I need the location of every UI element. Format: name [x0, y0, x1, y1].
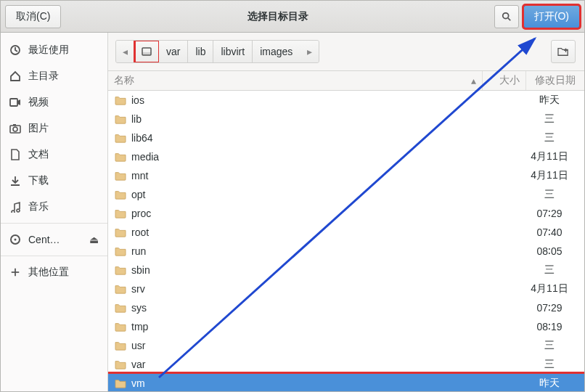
column-header: 名称 ▴ 大小 修改日期	[108, 70, 584, 91]
search-button[interactable]	[494, 5, 519, 28]
music-icon	[9, 201, 21, 213]
file-row[interactable]: ios昨天	[108, 91, 584, 110]
path-back-button[interactable]: ◂	[116, 41, 135, 62]
eject-icon[interactable]: ⏏	[89, 234, 99, 245]
file-date: 07∶29	[520, 208, 578, 219]
sidebar-item-6[interactable]: 音乐	[1, 194, 107, 220]
file-name: var	[131, 359, 477, 370]
folder-icon	[114, 208, 127, 219]
file-name: root	[131, 226, 477, 238]
search-icon	[502, 12, 512, 22]
file-date: 4月11日	[520, 169, 578, 182]
column-name[interactable]: 名称 ▴	[108, 71, 483, 90]
file-date: 三	[520, 339, 578, 352]
file-row[interactable]: opt三	[108, 185, 584, 204]
file-name: sbin	[131, 264, 477, 276]
file-row[interactable]: var三	[108, 355, 584, 374]
sidebar-item-4[interactable]: 文档	[1, 142, 107, 168]
sidebar-item-label: 最近使用	[28, 44, 69, 57]
file-row[interactable]: tmp08∶19	[108, 317, 584, 336]
file-name: vm	[131, 377, 477, 389]
sidebar-item-5[interactable]: 下载	[1, 168, 107, 194]
sidebar-item-label: Cent…	[28, 234, 60, 245]
sidebar-item-label: 其他位置	[28, 266, 69, 279]
camera-icon	[9, 123, 21, 134]
file-row[interactable]: sbin三	[108, 261, 584, 279]
path-segment-libvirt[interactable]: libvirt	[213, 41, 253, 62]
column-size[interactable]: 大小	[483, 71, 526, 90]
new-folder-button[interactable]	[551, 40, 576, 63]
file-date: 昨天	[520, 377, 578, 390]
file-date: 三	[520, 113, 578, 126]
open-button[interactable]: 打开(O)	[523, 5, 580, 28]
file-row[interactable]: mnt4月11日	[108, 166, 584, 185]
file-name: sys	[131, 302, 477, 314]
sidebar-item-2[interactable]: 视频	[1, 89, 107, 115]
file-name: media	[131, 151, 477, 163]
path-segment-lib[interactable]: lib	[188, 41, 213, 62]
folder-icon	[114, 94, 127, 106]
path-bar: ◂ varliblibvirtimages ▸	[115, 40, 319, 63]
folder-icon	[114, 264, 127, 276]
chevron-right-icon: ▸	[307, 46, 312, 57]
file-row[interactable]: run08∶05	[108, 242, 584, 261]
folder-icon	[114, 321, 127, 332]
path-forward-button[interactable]: ▸	[300, 41, 319, 62]
sidebar-item-label: 图片	[28, 122, 49, 135]
file-name: run	[131, 245, 477, 257]
column-date[interactable]: 修改日期	[526, 71, 584, 90]
file-list[interactable]: ios昨天lib三lib64三media4月11日mnt4月11日opt三pro…	[108, 91, 584, 391]
sidebar-item-1[interactable]: 主目录	[1, 63, 107, 89]
path-bar-row: ◂ varliblibvirtimages ▸	[108, 33, 584, 70]
sidebar-item-label: 下载	[28, 174, 49, 187]
sidebar-item-3[interactable]: 图片	[1, 115, 107, 142]
main-pane: ◂ varliblibvirtimages ▸	[108, 33, 584, 391]
folder-icon	[114, 113, 127, 125]
chevron-left-icon: ◂	[123, 46, 128, 57]
folder-icon	[114, 359, 127, 370]
window-title: 选择目标目录	[65, 10, 489, 23]
sidebar-item-label: 视频	[28, 96, 49, 109]
file-row[interactable]: proc07∶29	[108, 204, 584, 223]
folder-icon	[114, 245, 127, 257]
file-date: 4月11日	[520, 282, 578, 295]
title-bar: 取消(C) 选择目标目录 打开(O)	[1, 1, 584, 33]
file-date: 4月11日	[520, 150, 578, 163]
cancel-button[interactable]: 取消(C)	[5, 5, 61, 28]
file-row[interactable]: srv4月11日	[108, 279, 584, 298]
file-row[interactable]: lib64三	[108, 128, 584, 147]
file-date: 07∶40	[520, 226, 578, 238]
file-date: 三	[520, 188, 578, 201]
sidebar-other-locations[interactable]: 其他位置	[1, 259, 107, 285]
disc-icon	[9, 234, 21, 245]
new-folder-icon	[557, 46, 569, 57]
folder-icon	[114, 189, 127, 200]
file-name: usr	[131, 340, 477, 351]
file-row[interactable]: root07∶40	[108, 223, 584, 242]
file-date: 三	[520, 131, 578, 144]
svg-line-1	[508, 17, 510, 20]
file-row[interactable]: lib三	[108, 110, 584, 128]
svg-rect-3	[10, 99, 17, 106]
file-date: 08∶05	[520, 245, 578, 257]
path-segment-images[interactable]: images	[253, 41, 300, 62]
file-row[interactable]: media4月11日	[108, 147, 584, 166]
path-root-button[interactable]	[135, 41, 159, 62]
plus-icon	[9, 266, 21, 278]
file-date: 07∶29	[520, 302, 578, 314]
svg-rect-12	[142, 52, 151, 55]
file-name: mnt	[131, 170, 477, 181]
file-row[interactable]: usr三	[108, 336, 584, 355]
folder-icon	[114, 283, 127, 295]
path-segment-var[interactable]: var	[159, 41, 188, 62]
file-row[interactable]: vm昨天	[108, 374, 584, 391]
sidebar-device-cent[interactable]: Cent… ⏏	[1, 226, 107, 253]
sidebar-item-0[interactable]: 最近使用	[1, 37, 107, 63]
svg-rect-6	[13, 124, 16, 126]
file-row[interactable]: sys07∶29	[108, 298, 584, 317]
places-sidebar: 最近使用主目录视频图片文档下载音乐 Cent… ⏏ 其他位置	[1, 33, 108, 391]
sidebar-item-label: 音乐	[28, 200, 49, 213]
video-icon	[9, 97, 21, 108]
sort-asc-icon: ▴	[471, 75, 476, 86]
file-date: 昨天	[520, 94, 578, 107]
